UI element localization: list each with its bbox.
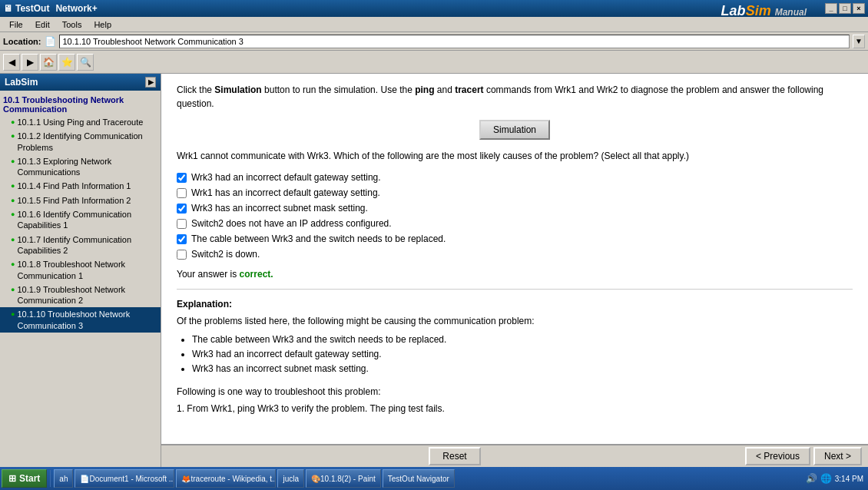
checkbox-item-6: Switch2 is down.: [177, 249, 853, 260]
explanation-list: The cable between Wrk3 and the switch ne…: [177, 333, 853, 377]
nav-label-10-1-7: 10.1.7 Identify Communication Capabiliti…: [17, 234, 157, 257]
taskbar-item-paint[interactable]: 🎨 10.1.8(2) - Paint: [306, 469, 381, 488]
sidebar-item-10-1-6[interactable]: ● 10.1.6 Identify Communication Capabili…: [0, 207, 161, 233]
explanation-header: Explanation:: [177, 299, 853, 310]
window-controls: _ □ ×: [825, 3, 865, 14]
minimize-button[interactable]: _: [825, 3, 837, 14]
bullet-icon: ●: [11, 286, 15, 295]
sidebar-title: LabSim: [5, 77, 38, 88]
menu-help[interactable]: Help: [88, 18, 118, 31]
checkbox-4[interactable]: [177, 219, 187, 229]
location-icon: 📄: [45, 36, 56, 47]
menu-file[interactable]: File: [3, 18, 29, 31]
checkbox-1[interactable]: [177, 173, 187, 183]
reset-button[interactable]: Reset: [429, 447, 480, 465]
nav-label-10-1-6: 10.1.6 Identify Communication Capabiliti…: [17, 209, 157, 231]
location-input[interactable]: 10.1.10 Troubleshoot Network Communicati…: [59, 35, 850, 48]
menu-tools[interactable]: Tools: [56, 18, 88, 31]
step-1: 1. From Wrk1, ping Wrk3 to verify the pr…: [177, 403, 445, 414]
bullet-icon: ●: [11, 182, 15, 191]
sidebar-header: LabSim ▶: [0, 74, 161, 91]
bullet-icon: ●: [11, 118, 15, 127]
sidebar-item-10-1-1[interactable]: ● 10.1.1 Using Ping and Traceroute: [0, 115, 161, 129]
checkbox-6[interactable]: [177, 250, 187, 260]
sidebar-item-10-1-4[interactable]: ● 10.1.4 Find Path Information 1: [0, 179, 161, 193]
back-button[interactable]: ◀: [3, 54, 20, 71]
sidebar-item-10-1-2[interactable]: ● 10.1.2 Identifying Communication Probl…: [0, 129, 161, 154]
simulation-button[interactable]: Simulation: [479, 120, 550, 140]
bottombar: Reset < Previous Next >: [161, 444, 868, 467]
checkbox-label-2: Wrk1 has an incorrect default gateway se…: [191, 187, 380, 198]
location-dropdown[interactable]: ▼: [853, 35, 865, 48]
nav-section-title[interactable]: 10.1 Troubleshooting Network Communicati…: [0, 94, 161, 115]
sidebar-item-10-1-10[interactable]: ● 10.1.10 Troubleshoot Network Communica…: [0, 307, 161, 333]
close-button[interactable]: ×: [853, 3, 865, 14]
next-button[interactable]: Next >: [813, 447, 862, 465]
instruction-text: Click the Simulation button to run the s…: [177, 83, 853, 111]
nav-label-10-1-4: 10.1.4 Find Path Information 1: [17, 180, 131, 191]
taskbar-item-testout-label: TestOut Navigator: [388, 475, 449, 483]
sidebar-item-10-1-5[interactable]: ● 10.1.5 Find Path Information 2: [0, 194, 161, 207]
nav-label-10-1-1: 10.1.1 Using Ping and Traceroute: [17, 117, 143, 127]
checkbox-2[interactable]: [177, 188, 187, 198]
bullet-icon: ●: [11, 260, 15, 270]
locationbar: Location: 📄 10.1.10 Troubleshoot Network…: [0, 32, 868, 51]
checkbox-label-5: The cable between Wrk3 and the switch ne…: [191, 233, 446, 244]
taskbar-separator: [50, 470, 51, 487]
bookmark-button[interactable]: ⭐: [58, 54, 75, 71]
taskbar: ⊞ Start ah 📄 Document1 - Microsoft ... 🦊…: [0, 467, 868, 490]
sidebar-item-10-1-9[interactable]: ● 10.1.9 Troubleshoot Network Communicat…: [0, 283, 161, 308]
content-scroll[interactable]: Click the Simulation button to run the s…: [161, 74, 868, 444]
nav-label-10-1-3: 10.1.3 Exploring Network Communications: [17, 156, 157, 178]
menu-edit[interactable]: Edit: [29, 18, 56, 31]
taskbar-item-paint-label: 10.1.8(2) - Paint: [320, 475, 376, 483]
nav-label-10-1-8: 10.1.8 Troubleshoot Network Communicatio…: [17, 259, 157, 281]
checkbox-item-1: Wrk3 had an incorrect default gateway se…: [177, 172, 853, 183]
sidebar: LabSim ▶ 10.1 Troubleshooting Network Co…: [0, 74, 161, 467]
logo-sim: Sim: [746, 3, 771, 18]
taskbar-right: 🔊 🌐 3:14 PM: [806, 473, 866, 484]
explanation-item-3: Wrk3 has an incorrect subnet mask settin…: [192, 362, 853, 376]
maximize-button[interactable]: □: [839, 3, 851, 14]
checkbox-label-4: Switch2 does not have an IP address conf…: [191, 218, 392, 229]
sidebar-toggle[interactable]: ▶: [145, 77, 156, 88]
checkbox-item-4: Switch2 does not have an IP address conf…: [177, 218, 853, 229]
bullet-icon: ●: [11, 197, 15, 206]
sys-tray-icons: 🔊 🌐: [806, 473, 831, 484]
answer-prefix: Your answer is: [177, 269, 240, 280]
home-button[interactable]: 🏠: [40, 54, 57, 71]
nav-label-10-1-9: 10.1.9 Troubleshoot Network Communicatio…: [17, 284, 157, 306]
app-name: TestOut: [15, 3, 49, 14]
previous-button[interactable]: < Previous: [745, 447, 810, 465]
taskbar-item-testout[interactable]: TestOut Navigator: [383, 469, 455, 488]
taskbar-item-ah[interactable]: ah: [54, 469, 73, 488]
checkbox-3[interactable]: [177, 204, 187, 214]
sidebar-item-10-1-8[interactable]: ● 10.1.8 Troubleshoot Network Communicat…: [0, 257, 161, 283]
checkbox-item-3: Wrk3 has an incorrect subnet mask settin…: [177, 203, 853, 214]
explanation-item-2: Wrk3 had an incorrect default gateway se…: [192, 347, 853, 362]
network-plus-label: Network+: [55, 3, 97, 14]
taskbar-item-firefox[interactable]: 🦊 traceroute - Wikipedia, t...: [176, 469, 276, 488]
taskbar-item-word[interactable]: 📄 Document1 - Microsoft ...: [75, 469, 174, 488]
paint-icon: 🎨: [311, 475, 320, 483]
checkbox-item-2: Wrk1 has an incorrect default gateway se…: [177, 187, 853, 198]
taskbar-item-firefox-label: traceroute - Wikipedia, t...: [190, 475, 276, 483]
start-label: Start: [19, 473, 40, 484]
sidebar-item-10-1-7[interactable]: ● 10.1.7 Identify Communication Capabili…: [0, 233, 161, 258]
bullet-icon-active: ●: [11, 310, 15, 319]
labsim-logo: LabSim Manual: [721, 3, 807, 19]
logo-lab: Lab: [721, 3, 746, 18]
app-icon: 🖥: [3, 3, 12, 14]
bullet-icon: ●: [11, 210, 15, 220]
word-icon: 📄: [80, 475, 89, 483]
search-button[interactable]: 🔍: [77, 54, 94, 71]
taskbar-item-jucla[interactable]: jucla: [277, 469, 304, 488]
ping-bold: ping: [415, 84, 434, 95]
taskbar-item-ah-label: ah: [59, 475, 68, 483]
checkbox-5[interactable]: [177, 234, 187, 244]
menubar: File Edit Tools Help: [0, 17, 868, 32]
start-button[interactable]: ⊞ Start: [2, 469, 47, 488]
sidebar-item-10-1-3[interactable]: ● 10.1.3 Exploring Network Communication…: [0, 154, 161, 180]
nav-label-10-1-2: 10.1.2 Identifying Communication Problem…: [17, 131, 157, 153]
forward-button[interactable]: ▶: [22, 54, 38, 71]
